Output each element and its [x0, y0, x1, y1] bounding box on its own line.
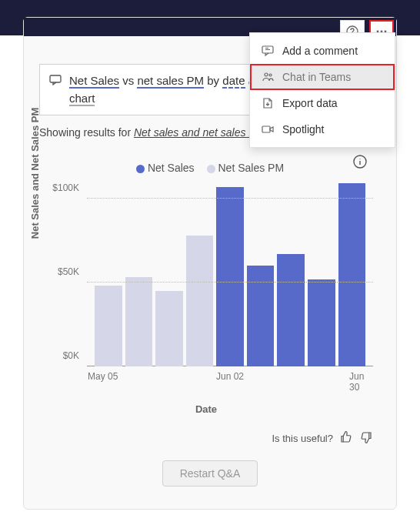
- menu-export-data[interactable]: Export data: [250, 90, 395, 116]
- restart-button[interactable]: Restart Q&A: [162, 460, 258, 487]
- bar: [338, 183, 366, 366]
- more-options-menu: Add a comment Chat in Teams Export data …: [249, 32, 395, 148]
- x-axis-label: Date: [39, 403, 373, 415]
- bar: [95, 286, 122, 366]
- bar: [186, 236, 214, 366]
- teams-icon: [261, 70, 275, 84]
- legend-dot-1: [136, 165, 145, 173]
- y-tick: $0K: [45, 350, 79, 361]
- svg-point-10: [269, 74, 272, 76]
- svg-rect-11: [262, 126, 270, 132]
- menu-label: Add a comment: [282, 45, 358, 57]
- chart: Net Sales and Net Sales PM $0K$50K$100K …: [39, 182, 373, 415]
- menu-label: Chat in Teams: [282, 71, 351, 83]
- legend-dot-2: [207, 165, 215, 173]
- svg-point-9: [265, 73, 268, 76]
- chart-legend: Net Sales Net Sales PM: [24, 162, 396, 174]
- y-tick: $50K: [45, 266, 79, 277]
- bar: [125, 277, 153, 366]
- spotlight-icon: [261, 122, 275, 136]
- info-icon[interactable]: [353, 155, 367, 172]
- export-icon: [261, 96, 275, 110]
- y-tick: $100K: [45, 182, 79, 193]
- bar: [247, 266, 275, 366]
- svg-point-2: [359, 159, 360, 159]
- menu-label: Export data: [282, 97, 338, 109]
- thumbs-down-icon[interactable]: [359, 430, 373, 446]
- bar: [308, 279, 335, 366]
- bar: [155, 291, 183, 366]
- menu-label: Spotlight: [282, 123, 324, 135]
- add-comment-icon: [261, 44, 275, 58]
- feedback-prompt: Is this useful?: [272, 433, 334, 444]
- thumbs-up-icon[interactable]: [339, 430, 353, 446]
- menu-chat-teams[interactable]: Chat in Teams: [250, 64, 395, 90]
- bar: [277, 254, 305, 366]
- showing-link[interactable]: Net sales and net sales P: [134, 126, 256, 139]
- menu-spotlight[interactable]: Spotlight: [250, 116, 395, 142]
- menu-add-comment[interactable]: Add a comment: [250, 38, 395, 64]
- y-axis-label: Net Sales and Net Sales PM: [29, 107, 41, 239]
- x-tick: Jun 02: [216, 371, 244, 382]
- x-tick: May 05: [88, 371, 118, 382]
- x-tick: Jun 30: [349, 371, 365, 393]
- feedback-row: Is this useful?: [24, 430, 373, 446]
- comment-icon: [49, 74, 62, 89]
- bar: [216, 187, 244, 366]
- svg-rect-0: [50, 75, 61, 82]
